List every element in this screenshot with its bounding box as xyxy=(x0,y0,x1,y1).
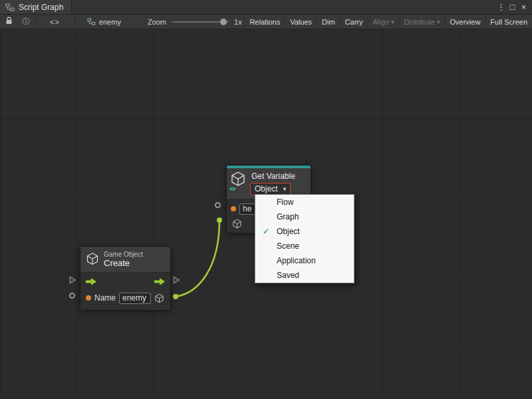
overview-button[interactable]: Overview xyxy=(445,15,485,29)
flow-out-port[interactable] xyxy=(172,276,180,284)
chevron-down-icon: ▾ xyxy=(437,15,440,29)
flow-out-arrow-icon[interactable] xyxy=(154,278,165,285)
create-name-port[interactable] xyxy=(69,293,75,299)
gameobject-cube-icon xyxy=(86,252,99,267)
create-node[interactable]: Game Object Create Name xyxy=(80,246,171,311)
chevron-down-icon: ▾ xyxy=(391,15,394,29)
graph-asset-icon xyxy=(87,18,96,25)
code-view-icon[interactable]: <> xyxy=(35,18,74,26)
code-badge-icon: <> xyxy=(229,186,235,192)
zoom-label: Zoom xyxy=(148,18,166,26)
tab-label: Script Graph xyxy=(19,3,63,12)
get-variable-name-port[interactable] xyxy=(215,202,221,208)
name-param-row: Name xyxy=(80,291,170,305)
node-subtitle: Game Object xyxy=(104,251,143,258)
lock-icon[interactable] xyxy=(0,17,17,27)
wire-end-dot xyxy=(217,217,222,223)
scope-dropdown-menu: Flow Graph ✓ Object Scene Application Sa… xyxy=(255,194,354,283)
flow-in-port[interactable] xyxy=(68,276,76,284)
menu-item-flow[interactable]: Flow xyxy=(255,195,354,209)
wire-start-dot xyxy=(173,294,178,299)
flow-port-row xyxy=(80,277,170,286)
graph-canvas[interactable]: <> Get Variable Object ▾ xyxy=(0,29,532,399)
unity-script-graph-window: { "titlebar": { "tab_label": "Script Gra… xyxy=(0,0,532,399)
toolbar: ⓘ <> enemy Zoom 1x Relations Values Dim … xyxy=(0,15,532,29)
menu-item-object[interactable]: ✓ Object xyxy=(255,224,354,239)
zoom-value: 1x xyxy=(234,18,242,26)
menu-item-scene[interactable]: Scene xyxy=(255,239,354,253)
fullscreen-button[interactable]: Full Screen xyxy=(485,15,532,29)
titlebar: Script Graph ⋮ □ × xyxy=(0,0,532,15)
gameobject-port-icon[interactable] xyxy=(232,219,242,229)
graph-breadcrumb[interactable]: enemy xyxy=(80,18,128,26)
gameobject-output-icon[interactable] xyxy=(154,293,164,303)
zoom-control: Zoom 1x xyxy=(148,18,242,26)
values-button[interactable]: Values xyxy=(285,15,317,29)
menu-item-application[interactable]: Application xyxy=(255,253,354,268)
param-label: Name xyxy=(94,293,116,303)
menu-item-graph[interactable]: Graph xyxy=(255,209,354,224)
graph-name: enemy xyxy=(99,18,121,26)
chevron-down-icon: ▾ xyxy=(283,186,287,192)
align-button: Align▾ xyxy=(368,15,399,29)
close-icon[interactable]: × xyxy=(518,0,529,15)
name-param-input[interactable] xyxy=(119,293,151,304)
kebab-menu-icon[interactable]: ⋮ xyxy=(495,0,507,15)
string-port-icon[interactable] xyxy=(86,295,91,301)
node-title: Get Variable xyxy=(251,172,295,181)
menu-item-saved[interactable]: Saved xyxy=(255,268,354,283)
titlebar-spacer xyxy=(72,0,495,14)
variable-cube-icon: <> xyxy=(230,171,247,191)
node-title: Create xyxy=(104,258,143,268)
create-node-body: Name xyxy=(80,272,170,310)
toolbar-button-group: Relations Values Dim Carry Align▾ Distri… xyxy=(244,15,532,29)
check-icon: ✓ xyxy=(255,227,277,236)
script-graph-icon xyxy=(5,3,15,11)
zoom-slider-knob[interactable] xyxy=(220,19,227,25)
info-icon[interactable]: ⓘ xyxy=(17,17,35,27)
distribute-button: Distribute▾ xyxy=(399,15,445,29)
relations-button[interactable]: Relations xyxy=(244,15,285,29)
flow-in-arrow-icon[interactable] xyxy=(86,278,96,285)
tab-script-graph[interactable]: Script Graph xyxy=(0,0,72,14)
create-node-header[interactable]: Game Object Create xyxy=(80,247,170,272)
window-controls: ⋮ □ × xyxy=(495,0,532,14)
dim-button[interactable]: Dim xyxy=(317,15,340,29)
zoom-slider[interactable] xyxy=(172,19,229,25)
string-port-icon[interactable] xyxy=(231,206,236,211)
maximize-icon[interactable]: □ xyxy=(507,0,518,15)
carry-button[interactable]: Carry xyxy=(340,15,368,29)
toolbar-separator xyxy=(74,15,75,29)
